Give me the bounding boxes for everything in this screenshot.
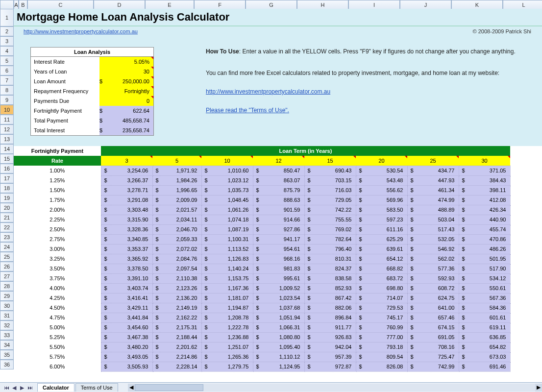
- row-head-7[interactable]: 7: [0, 75, 14, 85]
- terms-link[interactable]: Please read the "Terms of Use".: [206, 107, 289, 114]
- row-head-8[interactable]: 8: [0, 85, 14, 95]
- payment-cell: $2,175.31: [152, 322, 201, 332]
- rate-cell: 5.25%: [14, 332, 101, 342]
- sheet-tab-bar: ⏮ ◀ ▶ ⏭ Calculator Terms of Use ◀ ▶: [0, 382, 542, 392]
- rate-cell: 4.75%: [14, 313, 101, 322]
- row-head-35[interactable]: 35: [0, 350, 14, 360]
- rate-cell: 1.25%: [14, 175, 101, 185]
- row-head-10[interactable]: 10: [0, 105, 14, 115]
- row-head-18[interactable]: 18: [0, 183, 14, 193]
- year-header: 3: [101, 156, 152, 166]
- row-head-21[interactable]: 21: [0, 213, 14, 222]
- payment-cell: $1,051.94: [253, 313, 304, 322]
- payment-cell: $1,971.92: [152, 166, 201, 175]
- col-F[interactable]: F: [194, 0, 246, 10]
- row-head-4[interactable]: 4: [0, 46, 14, 56]
- row-head-2[interactable]: 2: [0, 26, 14, 36]
- tab-calculator[interactable]: Calculator: [37, 383, 74, 392]
- row-head-14[interactable]: 14: [0, 144, 14, 154]
- col-D[interactable]: D: [94, 0, 145, 10]
- payment-cell: $1,095.40: [253, 342, 304, 352]
- analysis-input-cell[interactable]: 0: [99, 96, 153, 106]
- table-row: 4.25%$3,416.41$2,136.20$1,181.07$1,023.5…: [14, 293, 510, 303]
- row-head-6[interactable]: 6: [0, 66, 14, 75]
- payment-cell: $1,113.52: [201, 244, 253, 254]
- row-head-32[interactable]: 32: [0, 320, 14, 330]
- next-sheet-button[interactable]: ▶: [19, 384, 25, 391]
- row-head-29[interactable]: 29: [0, 291, 14, 301]
- payment-cell: $1,140.24: [201, 264, 253, 273]
- row-head-20[interactable]: 20: [0, 203, 14, 213]
- row-head-34[interactable]: 34: [0, 340, 14, 350]
- row-head-12[interactable]: 12: [0, 124, 14, 134]
- payment-cell: $2,034.11: [152, 215, 201, 224]
- row-head-9[interactable]: 9: [0, 95, 14, 105]
- row-head-33[interactable]: 33: [0, 330, 14, 340]
- row-head-36[interactable]: 36: [0, 360, 14, 369]
- analysis-input-cell[interactable]: 5.05%: [99, 57, 153, 67]
- prev-sheet-button[interactable]: ◀: [11, 384, 18, 391]
- tab-terms[interactable]: Terms of Use: [75, 383, 118, 392]
- payment-cell: $440.90: [459, 215, 510, 224]
- howto-link[interactable]: http://www.investmentpropertycalculator.…: [206, 88, 330, 95]
- analysis-input-cell[interactable]: Fortnightly: [99, 86, 153, 96]
- col-B[interactable]: B: [19, 0, 27, 10]
- first-sheet-button[interactable]: ⏮: [3, 384, 10, 391]
- row-head-27[interactable]: 27: [0, 271, 14, 281]
- row-head-31[interactable]: 31: [0, 311, 14, 320]
- year-header: 5: [152, 156, 201, 166]
- corner-cell[interactable]: [0, 0, 14, 10]
- payment-cell: $914.66: [253, 215, 304, 224]
- col-C[interactable]: C: [27, 0, 94, 10]
- col-G[interactable]: G: [246, 0, 297, 10]
- table-row: 2.75%$3,340.85$2,059.33$1,100.31$941.17$…: [14, 234, 510, 244]
- row-head-22[interactable]: 22: [0, 222, 14, 232]
- payment-cell: $543.48: [356, 175, 407, 185]
- analysis-input-cell[interactable]: 30: [99, 67, 153, 76]
- row-head-3[interactable]: 3: [0, 36, 14, 46]
- col-A[interactable]: A: [14, 0, 19, 10]
- row-head-30[interactable]: 30: [0, 301, 14, 311]
- scroll-right-icon[interactable]: ▶: [535, 384, 542, 392]
- row-head-1[interactable]: 1: [0, 9, 14, 26]
- row-head-5[interactable]: 5: [0, 56, 14, 66]
- row-head-28[interactable]: 28: [0, 281, 14, 291]
- col-H[interactable]: H: [297, 0, 348, 10]
- payment-cell: $1,167.36: [201, 283, 253, 293]
- payment-cell: $1,035.73: [201, 185, 253, 195]
- row-head-11[interactable]: 11: [0, 115, 14, 124]
- horizontal-scrollbar[interactable]: ◀ ▶: [128, 384, 542, 392]
- last-sheet-button[interactable]: ⏭: [26, 384, 33, 391]
- top-link[interactable]: http://www.investmentpropertycalculator.…: [24, 28, 138, 34]
- payment-cell: $691.46: [459, 362, 510, 371]
- table-row: 4.75%$3,441.84$2,162.22$1,208.78$1,051.9…: [14, 313, 510, 322]
- scroll-left-icon[interactable]: ◀: [128, 384, 135, 392]
- payment-cell: $926.83: [304, 332, 356, 342]
- col-L[interactable]: L: [503, 0, 542, 10]
- analysis-label: Fortnightly Payment: [31, 108, 99, 114]
- col-E[interactable]: E: [145, 0, 194, 10]
- row-head-15[interactable]: 15: [0, 154, 14, 164]
- col-I[interactable]: I: [348, 0, 400, 10]
- analysis-input-cell[interactable]: $250,000.00: [99, 76, 153, 86]
- payment-cell: $673.03: [459, 352, 510, 362]
- row-head-19[interactable]: 19: [0, 193, 14, 203]
- analysis-label: Years of Loan: [31, 69, 99, 74]
- col-J[interactable]: J: [400, 0, 451, 10]
- row-head-13[interactable]: 13: [0, 134, 14, 144]
- payment-cell: $911.77: [304, 322, 356, 332]
- payment-cell: $625.29: [356, 234, 407, 244]
- row-head-24[interactable]: 24: [0, 242, 14, 252]
- row-head-23[interactable]: 23: [0, 232, 14, 242]
- payment-cell: $584.36: [459, 303, 510, 313]
- row-head-25[interactable]: 25: [0, 252, 14, 262]
- row-head-17[interactable]: 17: [0, 173, 14, 183]
- payment-cell: $532.05: [407, 234, 459, 244]
- col-K[interactable]: K: [451, 0, 503, 10]
- rate-cell: 2.50%: [14, 224, 101, 234]
- analysis-label: Loan Amount: [31, 78, 99, 84]
- row-head-26[interactable]: 26: [0, 262, 14, 271]
- payment-cell: $769.02: [304, 224, 356, 234]
- row-head-16[interactable]: 16: [0, 164, 14, 173]
- scroll-thumb[interactable]: [135, 384, 203, 391]
